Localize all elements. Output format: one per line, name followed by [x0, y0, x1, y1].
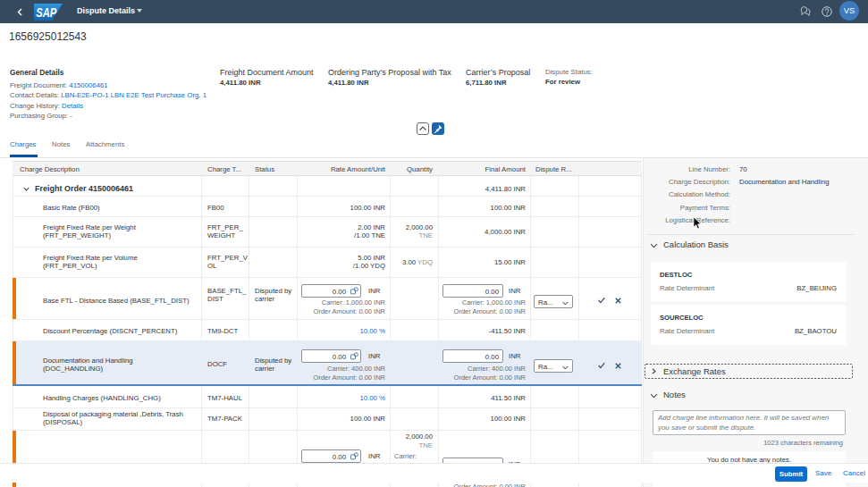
- svg-text:SAP: SAP: [36, 4, 57, 20]
